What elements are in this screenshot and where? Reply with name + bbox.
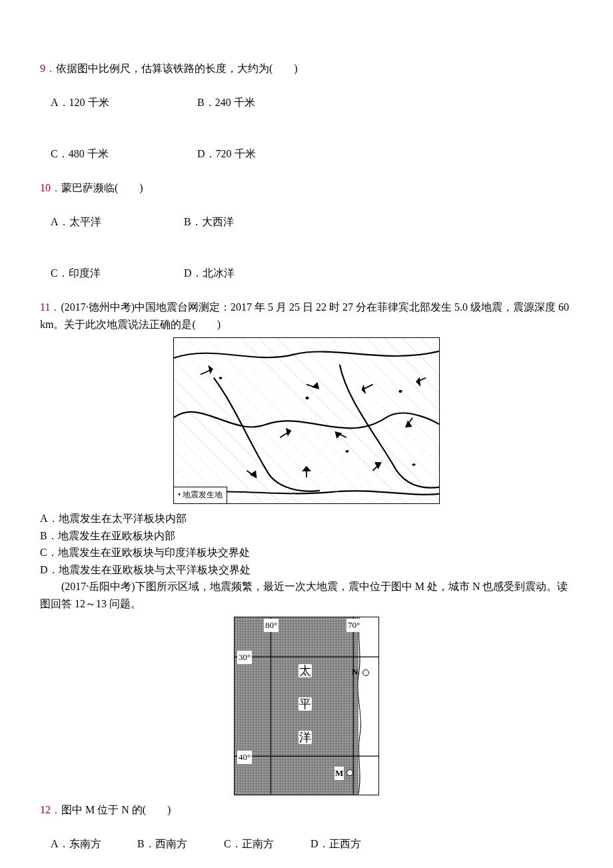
- q12-option-a: A．东南方: [51, 835, 137, 853]
- q10-options-row2: C．印度洋D．北冰洋: [40, 248, 573, 299]
- q12-figure-wrap: 80° 70° 30° 40° 太 平 洋 N M: [40, 617, 573, 801]
- map2-point-m: [346, 769, 353, 776]
- map2-lon-80: 80°: [264, 619, 279, 633]
- q10-option-a: A．太平洋: [51, 213, 184, 231]
- q10-number: 10．: [40, 182, 61, 193]
- q11-text: (2017·德州中考)中国地震台网测定：2017 年 5 月 25 日 22 时…: [40, 301, 572, 330]
- map2-ocean-char-3: 洋: [299, 731, 312, 744]
- q12-options: A．东南方B．西南方C．正南方D．正西方: [40, 819, 573, 868]
- q11-option-b: B．地震发生在亚欧板块内部: [40, 527, 573, 545]
- q9-number: 9．: [40, 63, 56, 74]
- pacific-coast-map: 80° 70° 30° 40° 太 平 洋 N M: [234, 617, 379, 795]
- intro-12-13: (2017·岳阳中考)下图所示区域，地震频繁，最近一次大地震，震中位于图中 M …: [40, 578, 573, 612]
- q9-option-b: B．240 千米: [197, 94, 255, 111]
- q11-option-a: A．地震发生在太平洋板块内部: [40, 510, 573, 527]
- q9-options-row1: A．120 千米B．240 千米: [40, 77, 573, 129]
- q12-stem: 12．图中 M 位于 N 的( ): [40, 801, 573, 819]
- map2-lat-40: 40°: [237, 751, 252, 765]
- q11-option-c: C．地震发生在亚欧板块与印度洋板块交界处: [40, 544, 573, 561]
- q12-number: 12．: [40, 804, 61, 815]
- q10-text: 蒙巴萨濒临( ): [61, 182, 143, 193]
- q12-text: 图中 M 位于 N 的( ): [61, 804, 171, 815]
- map2-point-n: [362, 669, 369, 676]
- map2-label-m: M: [334, 767, 344, 781]
- q10-option-c: C．印度洋: [51, 265, 184, 282]
- q10-options-row1: A．太平洋B．大西洋: [40, 197, 573, 248]
- map2-ocean-char-1: 太: [299, 664, 312, 677]
- q11-number: 11．: [40, 301, 61, 313]
- map2-lat-30: 30°: [237, 651, 252, 665]
- q10-option-d: D．北冰洋: [184, 265, 235, 282]
- q10-stem: 10．蒙巴萨濒临( ): [40, 179, 573, 197]
- q9-option-a: A．120 千米: [51, 94, 197, 111]
- q11-stem: 11．(2017·德州中考)中国地震台网测定：2017 年 5 月 25 日 2…: [40, 299, 573, 333]
- q11-option-d: D．地震发生在亚欧板块与太平洋板块交界处: [40, 561, 573, 579]
- q9-options-row2: C．480 千米D．720 千米: [40, 128, 573, 179]
- plate-map-svg: [174, 338, 439, 504]
- map2-ocean-char-2: 平: [299, 697, 312, 711]
- q9-text: 依据图中比例尺，估算该铁路的长度，大约为( ): [56, 63, 298, 74]
- map2-lon-70: 70°: [346, 619, 361, 633]
- q12-option-d: D．正西方: [310, 835, 361, 853]
- q12-option-c: C．正南方: [224, 835, 310, 853]
- exam-page: 9．依据图中比例尺，估算该铁路的长度，大约为( ) A．120 千米B．240 …: [0, 0, 613, 868]
- q11-figure-wrap: 地震发生地: [40, 337, 573, 509]
- map2-label-n: N: [352, 665, 358, 679]
- q9-option-c: C．480 千米: [51, 145, 197, 163]
- q12-option-b: B．西南方: [137, 835, 224, 853]
- q9-option-d: D．720 千米: [197, 145, 256, 163]
- plate-map-legend: 地震发生地: [173, 487, 227, 503]
- q10-option-b: B．大西洋: [184, 213, 234, 231]
- q9-stem: 9．依据图中比例尺，估算该铁路的长度，大约为( ): [40, 60, 573, 77]
- plate-map-figure: 地震发生地: [173, 337, 440, 504]
